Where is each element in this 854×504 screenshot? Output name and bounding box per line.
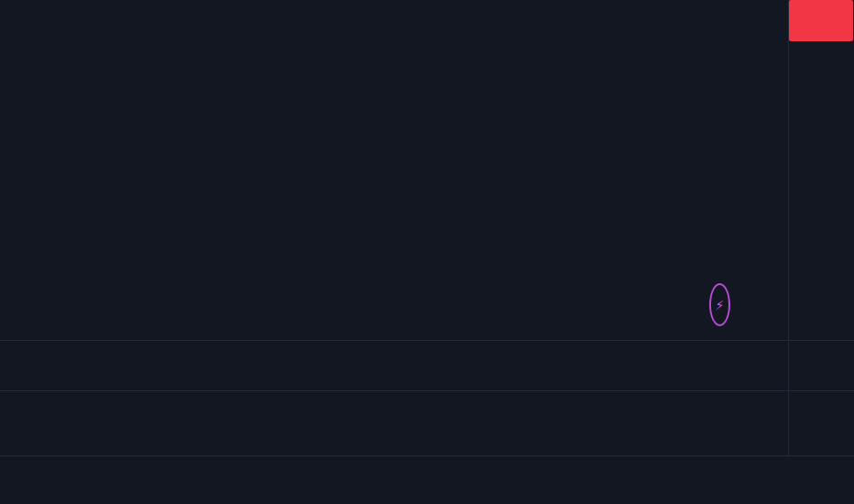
time-axis[interactable]: [0, 456, 854, 504]
quick-trade-button[interactable]: ⚡︎: [709, 283, 730, 326]
trading-chart-window: ⚡︎: [0, 0, 854, 504]
pane-divider[interactable]: [0, 340, 854, 341]
price-axis[interactable]: [788, 0, 854, 455]
last-price-badge: [789, 0, 853, 41]
pane-divider[interactable]: [0, 390, 854, 391]
lightning-bolt-icon: ⚡︎: [716, 299, 725, 312]
chart-canvas[interactable]: [0, 0, 854, 504]
